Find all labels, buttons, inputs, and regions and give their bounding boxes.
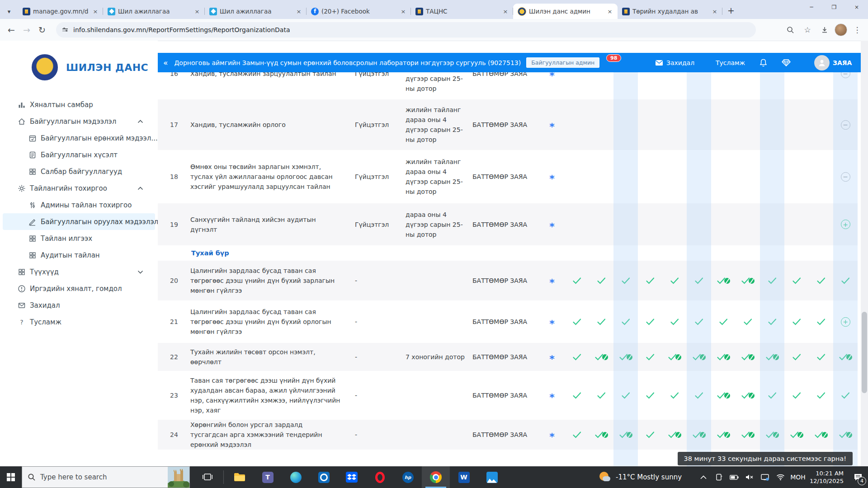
user-menu[interactable]: ЗАЯА [814, 53, 852, 72]
browser-tab[interactable]: f (20+) Facebook × [307, 4, 411, 19]
browser-tab[interactable]: Шилэн данс админ × [513, 4, 618, 19]
sidebar-item[interactable]: Байгууллагын оруулах мэдээлэл [3, 213, 155, 230]
table-row: 18Өмнөх оны төсвийн зарлагын хэмнэлт, ту… [158, 150, 858, 203]
remove-report-button[interactable]: − [833, 72, 858, 99]
address-bar[interactable]: info.shilendans.gov.mn/ReportFormSetting… [56, 22, 756, 38]
url-text[interactable]: info.shilendans.gov.mn/ReportFormSetting… [73, 26, 290, 33]
required-marker: * [539, 420, 565, 450]
svg-text:?: ? [20, 318, 23, 325]
gem-icon[interactable] [782, 53, 791, 72]
battery-icon[interactable] [726, 466, 742, 488]
forward-button[interactable]: → [19, 22, 34, 38]
chevron-up-icon[interactable] [137, 187, 143, 190]
sidebar-item-label: Хяналтын самбар [30, 101, 93, 109]
sidebar-item[interactable]: Хяналтын самбар [0, 96, 158, 113]
sidebar-item[interactable]: Байгууллагын хүсэлт [0, 146, 158, 163]
add-report-button[interactable]: + [833, 203, 858, 245]
start-button[interactable] [0, 466, 22, 488]
chevron-up-icon[interactable] [137, 120, 143, 123]
taskbar-search[interactable]: Type here to search [22, 466, 190, 488]
remove-report-button[interactable]: − [833, 99, 858, 150]
sidebar-item[interactable]: Тайлангийн тохиргоо [0, 180, 158, 197]
minimize-button[interactable]: ─ [800, 0, 823, 14]
sidebar-item[interactable]: Иргэдийн хяналт, гомдол [0, 280, 158, 297]
tray-chevron-up-icon[interactable] [696, 466, 711, 488]
downloads-icon[interactable] [817, 23, 832, 37]
outlook-icon[interactable] [310, 466, 338, 488]
remove-report-button[interactable]: − [833, 150, 858, 203]
cast-icon[interactable] [757, 466, 773, 488]
zoom-icon[interactable] [783, 23, 797, 37]
file-explorer-icon[interactable] [226, 466, 254, 488]
edge-icon[interactable] [282, 466, 310, 488]
sidebar-item[interactable]: Админы тайлан тохиргоо [0, 197, 158, 213]
minus-circle-icon[interactable]: − [841, 120, 850, 130]
maximize-button[interactable]: ❐ [823, 0, 845, 14]
verified-dot-icon [675, 354, 681, 360]
word-icon[interactable]: W [450, 466, 478, 488]
dropbox-icon[interactable] [338, 466, 366, 488]
sidebar-item[interactable]: Тайлан илгээх [0, 230, 158, 247]
back-button[interactable]: ← [4, 22, 19, 38]
plus-circle-icon[interactable]: + [841, 220, 850, 229]
device-icon[interactable] [711, 466, 726, 488]
tab-close-icon[interactable]: × [711, 7, 719, 15]
verified-dot-icon [749, 354, 755, 360]
chevron-down-icon[interactable] [137, 270, 143, 274]
table-row: 17Хандив, тусламжийн орлогоГүйцэтгэлжили… [158, 99, 858, 150]
opera-icon[interactable] [366, 466, 394, 488]
tab-close-icon[interactable]: × [193, 7, 201, 15]
site-settings-icon[interactable] [62, 28, 68, 31]
language-indicator[interactable]: МОН [788, 474, 808, 481]
sidebar-item[interactable]: Салбар байгууллагууд [0, 163, 158, 180]
tab-close-icon[interactable]: × [399, 7, 407, 15]
browser-tab[interactable]: Шил ажиллагаа × [205, 4, 307, 19]
sidebar-item[interactable]: Байгууллагын мэдээлэл [0, 113, 158, 130]
hp-icon[interactable]: hp [394, 466, 422, 488]
browser-menu-icon[interactable]: ⋮ [850, 23, 864, 37]
sidebar-item[interactable]: ? Тусламж [0, 314, 158, 330]
collapse-sidebar-icon[interactable]: « [163, 58, 168, 67]
sidebar-item[interactable]: Аудитын тайлан [0, 247, 158, 263]
tab-search-chevron-icon[interactable]: ▾ [0, 4, 18, 19]
screen: ▾ manage.gov.mn/dash × Шил ажиллагаа × Ш… [0, 0, 868, 488]
browser-profile-avatar[interactable] [835, 23, 847, 36]
header-help-link[interactable]: Тусламж [716, 53, 745, 72]
minus-circle-icon[interactable]: − [841, 172, 850, 182]
taskbar-clock[interactable]: 10:21 AM 12/10/2025 [810, 469, 844, 485]
browser-tab[interactable]: Шил ажиллагаа × [103, 4, 205, 19]
close-button[interactable]: × [845, 0, 868, 14]
new-tab-button[interactable]: + [724, 4, 738, 17]
browser-tab[interactable]: Төрийн худалдан ав × [618, 4, 722, 19]
action-center-button[interactable]: 4 [848, 466, 868, 488]
notification-bell-icon[interactable] [759, 53, 768, 72]
report-owner: БАТТӨМӨР ЗАЯА [471, 343, 539, 371]
sidebar-item-label: Түүхүүд [30, 268, 59, 276]
sidebar-item[interactable]: Байгууллагын ерөнхий мэдээл... [0, 130, 158, 146]
sidebar-item-label: Байгууллагын ерөнхий мэдээл... [41, 134, 158, 142]
teams-icon[interactable]: T [254, 466, 282, 488]
chrome-icon[interactable] [422, 466, 450, 488]
photos-icon[interactable] [478, 466, 506, 488]
scrollbar-thumb[interactable] [862, 312, 867, 393]
tab-close-icon[interactable]: × [295, 7, 303, 15]
taskbar-weather[interactable]: -11°C Mostly sunny [599, 466, 682, 488]
wifi-icon[interactable] [773, 466, 788, 488]
sidebar-item[interactable]: Захидал [0, 297, 158, 314]
header-mail-link[interactable]: Захидал [655, 53, 694, 72]
grid-icon [28, 168, 37, 176]
tab-close-icon[interactable]: × [91, 7, 99, 15]
tab-close-icon[interactable]: × [606, 7, 614, 15]
plus-circle-icon[interactable]: + [841, 317, 850, 327]
bing-daily-image[interactable] [168, 467, 189, 488]
task-view-button[interactable] [193, 466, 222, 488]
bookmark-star-icon[interactable]: ☆ [800, 23, 815, 37]
sidebar-item[interactable]: Түүхүүд [0, 263, 158, 280]
add-report-button[interactable]: + [833, 300, 858, 343]
volume-muted-icon[interactable] [742, 466, 757, 488]
browser-tab[interactable]: manage.gov.mn/dash × [18, 4, 103, 19]
refresh-button[interactable]: ↻ [34, 22, 50, 38]
browser-tab[interactable]: ТАЦНС × [411, 4, 513, 19]
minus-circle-icon[interactable]: − [841, 72, 850, 78]
tab-close-icon[interactable]: × [501, 7, 509, 15]
